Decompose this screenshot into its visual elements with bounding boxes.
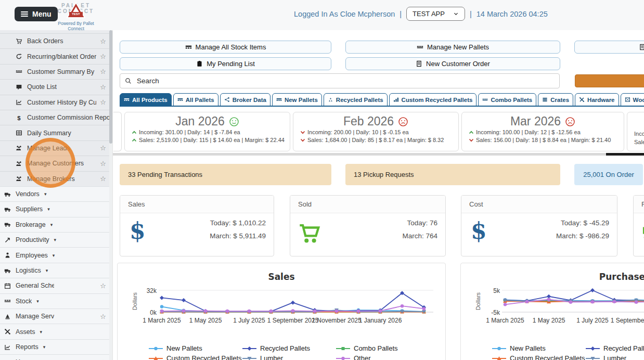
sidebar-item-manage-leads[interactable]: Manage Leads☆ <box>0 140 112 156</box>
month-metric-line: Sales: 156.00 | Daily: 18 | $ 8.84 ea | … <box>462 136 624 144</box>
favorite-star-icon[interactable]: ☆ <box>100 144 106 152</box>
favorite-star-icon[interactable]: ☆ <box>100 282 106 290</box>
tab-recycled-pallets[interactable]: Recycled Pallets <box>324 93 388 106</box>
sidebar-item-productivity[interactable]: Productivity▾ <box>0 232 112 247</box>
menu-button[interactable]: Menu <box>15 7 58 21</box>
legend-item-combo-pallets[interactable]: Combo Pallets <box>336 344 414 352</box>
product-tabs: All ProductsAll PalletsBroker DataNew Pa… <box>120 93 644 106</box>
clipped-right-button[interactable] <box>574 41 644 54</box>
sidebar-item-customer-commission-report[interactable]: $Customer Commission Report <box>0 110 112 125</box>
legend-label: Recycled Pallets <box>603 344 644 352</box>
legend-item-custom-recycled-pallets[interactable]: Custom Recycled Pallets <box>492 354 586 360</box>
pallet-flat-icon <box>16 68 23 75</box>
legend-item-lumber[interactable]: Lumber <box>586 354 644 360</box>
badge-25-001-on-order[interactable]: 25,001 On Order <box>574 164 643 185</box>
tab-all-pallets[interactable]: All Pallets <box>173 93 218 106</box>
legend-item-lumber[interactable]: Lumber <box>242 354 336 360</box>
sidebar-item-manage-brokers[interactable]: Manage Brokers☆ <box>0 171 112 186</box>
sidebar-scrollbar[interactable] <box>109 30 112 360</box>
caret-down-icon: ▾ <box>46 268 48 273</box>
my-pending-list-button[interactable]: My Pending List <box>120 57 331 70</box>
orange-action-button[interactable] <box>575 74 644 87</box>
favorite-star-icon[interactable]: ☆ <box>100 68 106 75</box>
sidebar-item-label: Productivity <box>16 236 49 243</box>
sidebar-item-stock[interactable]: Stock▾ <box>0 293 112 308</box>
horizontal-scrollbar[interactable] <box>113 153 644 156</box>
legend-marker-icon <box>492 346 506 351</box>
sidebar-item-suppliers[interactable]: Suppliers▾ <box>0 201 112 216</box>
tab-all-products[interactable]: All Products <box>120 93 172 106</box>
sidebar-item-brokerage[interactable]: Brokerage▾ <box>0 217 112 232</box>
sidebar-item-manage-services[interactable]: Manage Services☆ <box>0 308 112 324</box>
stat-card-values: Today: $ -45.29March: $ -986.29 <box>556 219 609 240</box>
sidebar-item-daily-summary[interactable]: Daily Summary <box>0 125 112 140</box>
tab-wood-chips[interactable]: Wood chips <box>621 93 644 106</box>
legend-item-recycled-pallets[interactable]: Recycled Pallets <box>586 344 644 352</box>
sidebar-item-customer-summary-by-item[interactable]: Customer Summary By Item☆ <box>0 64 112 79</box>
legend-item-custom-recycled-pallets[interactable]: Custom Recycled Pallets <box>149 354 242 360</box>
svg-text:1 July 2025: 1 July 2025 <box>233 317 265 324</box>
sidebar-item-vendors[interactable]: Vendors▾ <box>0 186 112 201</box>
calendar-icon <box>4 282 12 289</box>
svg-text:Dollars: Dollars <box>132 292 138 310</box>
sidebar-scrollbar-thumb[interactable] <box>109 30 112 144</box>
tab-broker-data[interactable]: Broker Data <box>220 93 271 106</box>
manage-new-pallets-button[interactable]: Manage New Pallets <box>345 41 560 54</box>
new-customer-order-button[interactable]: New Customer Order <box>345 57 560 70</box>
caret-down-icon: ▾ <box>54 237 57 242</box>
svg-text:1 May 2025: 1 May 2025 <box>533 317 565 324</box>
stat-value-line: Today: 76 <box>402 219 437 227</box>
search-input[interactable] <box>136 76 555 85</box>
badge-33-pending-transactions[interactable]: 33 Pending Transactions <box>120 164 331 185</box>
tab-custom-recycled-pallets[interactable]: Custom Recycled Pallets <box>389 93 477 106</box>
tab-combo-pallets[interactable]: Combo Pallets <box>478 93 536 106</box>
sidebar-item-recurring-blanket-orders[interactable]: Recurring/blanket Orders☆ <box>0 48 112 63</box>
stat-card-title: Cost <box>469 200 483 208</box>
stat-card-f: F <box>633 195 644 256</box>
favorite-star-icon[interactable]: ☆ <box>100 37 106 45</box>
badge-13-pickup-requests[interactable]: 13 Pickup Requests <box>345 164 560 185</box>
forklift-icon <box>641 222 644 243</box>
favorite-star-icon[interactable]: ☆ <box>100 98 106 106</box>
app-logo[interactable]: PALLET CONNECT TEST Powered By Pallet Co… <box>53 3 99 31</box>
favorite-star-icon[interactable]: ☆ <box>100 53 106 60</box>
sidebar-item-employees[interactable]: Employees▾ <box>0 247 112 262</box>
app-selector[interactable]: TEST APP <box>406 7 465 21</box>
sidebar-item-general-schedule[interactable]: General Schedule☆ <box>0 278 112 293</box>
legend-item-recycled-pallets[interactable]: Recycled Pallets <box>242 344 336 352</box>
stock-icon <box>185 44 192 50</box>
favorite-star-icon[interactable]: ☆ <box>100 313 106 320</box>
session-bar: Logged In As Cloe Mcpherson | TEST APP |… <box>294 7 548 21</box>
horizontal-scrollbar-thumb[interactable] <box>606 153 644 156</box>
trend-down-icon <box>300 130 305 135</box>
sidebar-item-back-orders[interactable]: Back Orders☆ <box>0 33 112 48</box>
button-label: New Customer Order <box>426 60 490 68</box>
tab-new-pallets[interactable]: New Pallets <box>272 93 322 106</box>
chart-icon <box>4 344 12 351</box>
caret-down-icon: ▾ <box>40 329 43 335</box>
sidebar-item-manage-customers[interactable]: Manage Customers☆ <box>0 156 112 171</box>
favorite-star-icon[interactable]: ☆ <box>100 83 106 91</box>
chart-title: Sales <box>118 272 445 282</box>
sidebar-item-users[interactable]: Users☆ <box>0 354 112 360</box>
manage-all-stock-items-button[interactable]: Manage All Stock Items <box>120 41 331 54</box>
sidebar-item-customer-history-by-customer[interactable]: Customer History By Customer☆ <box>0 95 112 110</box>
sidebar-item-label: Back Orders <box>27 37 96 45</box>
svg-text:1 March 2025: 1 March 2025 <box>143 317 181 324</box>
sidebar-item-reports[interactable]: Reports▾ <box>0 339 112 354</box>
tab-hardware[interactable]: Hardware <box>575 93 619 106</box>
svg-text:0k: 0k <box>150 309 157 316</box>
tab-crates[interactable]: Crates <box>538 93 573 106</box>
favorite-star-icon[interactable]: ☆ <box>100 175 106 183</box>
legend-item-new-pallets[interactable]: New Pallets <box>149 344 242 352</box>
legend-item-other[interactable]: Other <box>336 354 414 360</box>
button-label: Manage All Stock Items <box>196 43 266 51</box>
sidebar-item-quote-list[interactable]: Quote List☆ <box>0 79 112 94</box>
sidebar-item-label: Reports <box>16 343 38 351</box>
sidebar-item-logistics[interactable]: Logistics▾ <box>0 263 112 278</box>
sidebar-item-assets[interactable]: Assets▾ <box>0 324 112 339</box>
legend-item-new-pallets[interactable]: New Pallets <box>492 344 586 352</box>
powered-by-text: Powered By Pallet Connect <box>53 21 99 31</box>
svg-text:TEST: TEST <box>72 12 80 16</box>
favorite-star-icon[interactable]: ☆ <box>100 160 106 168</box>
